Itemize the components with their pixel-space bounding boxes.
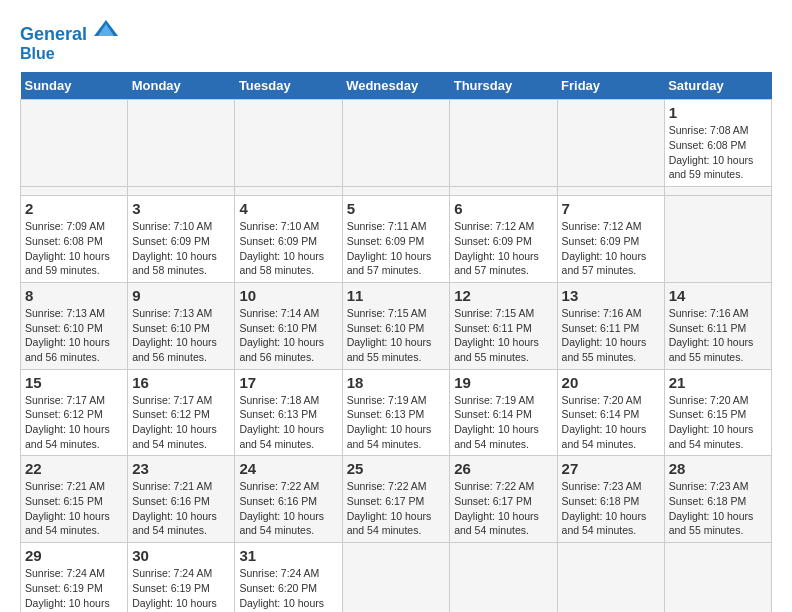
day-detail: Sunrise: 7:17 AMSunset: 6:12 PMDaylight:…: [132, 394, 217, 450]
day-detail: Sunrise: 7:11 AMSunset: 6:09 PMDaylight:…: [347, 220, 432, 276]
calendar-cell: 22 Sunrise: 7:21 AMSunset: 6:15 PMDaylig…: [21, 456, 128, 543]
page-header: General Blue: [20, 20, 772, 62]
calendar-cell: [128, 100, 235, 187]
day-detail: Sunrise: 7:12 AMSunset: 6:09 PMDaylight:…: [562, 220, 647, 276]
day-detail: Sunrise: 7:23 AMSunset: 6:18 PMDaylight:…: [669, 480, 754, 536]
day-detail: Sunrise: 7:24 AMSunset: 6:19 PMDaylight:…: [25, 567, 110, 612]
calendar-cell: 12 Sunrise: 7:15 AMSunset: 6:11 PMDaylig…: [450, 282, 557, 369]
day-header-thursday: Thursday: [450, 72, 557, 100]
day-number: 17: [239, 374, 337, 391]
day-header-tuesday: Tuesday: [235, 72, 342, 100]
calendar-cell: 3 Sunrise: 7:10 AMSunset: 6:09 PMDayligh…: [128, 196, 235, 283]
calendar-cell: 24 Sunrise: 7:22 AMSunset: 6:16 PMDaylig…: [235, 456, 342, 543]
day-number: 22: [25, 460, 123, 477]
week-row-7: 29 Sunrise: 7:24 AMSunset: 6:19 PMDaylig…: [21, 543, 772, 612]
day-number: 2: [25, 200, 123, 217]
calendar-cell: [557, 187, 664, 196]
day-detail: Sunrise: 7:22 AMSunset: 6:16 PMDaylight:…: [239, 480, 324, 536]
day-number: 21: [669, 374, 767, 391]
calendar-cell: 29 Sunrise: 7:24 AMSunset: 6:19 PMDaylig…: [21, 543, 128, 612]
calendar-cell: [664, 196, 771, 283]
calendar-cell: [21, 100, 128, 187]
day-number: 7: [562, 200, 660, 217]
day-detail: Sunrise: 7:09 AMSunset: 6:08 PMDaylight:…: [25, 220, 110, 276]
day-number: 1: [669, 104, 767, 121]
day-number: 31: [239, 547, 337, 564]
day-number: 26: [454, 460, 552, 477]
day-detail: Sunrise: 7:20 AMSunset: 6:15 PMDaylight:…: [669, 394, 754, 450]
calendar-cell: 23 Sunrise: 7:21 AMSunset: 6:16 PMDaylig…: [128, 456, 235, 543]
calendar-cell: 1 Sunrise: 7:08 AMSunset: 6:08 PMDayligh…: [664, 100, 771, 187]
calendar-cell: [235, 100, 342, 187]
day-detail: Sunrise: 7:19 AMSunset: 6:14 PMDaylight:…: [454, 394, 539, 450]
calendar-cell: [342, 543, 450, 612]
calendar-cell: 13 Sunrise: 7:16 AMSunset: 6:11 PMDaylig…: [557, 282, 664, 369]
day-header-sunday: Sunday: [21, 72, 128, 100]
calendar-cell: 20 Sunrise: 7:20 AMSunset: 6:14 PMDaylig…: [557, 369, 664, 456]
calendar-cell: 4 Sunrise: 7:10 AMSunset: 6:09 PMDayligh…: [235, 196, 342, 283]
day-detail: Sunrise: 7:18 AMSunset: 6:13 PMDaylight:…: [239, 394, 324, 450]
week-row-1: 1 Sunrise: 7:08 AMSunset: 6:08 PMDayligh…: [21, 100, 772, 187]
day-detail: Sunrise: 7:15 AMSunset: 6:11 PMDaylight:…: [454, 307, 539, 363]
day-number: 23: [132, 460, 230, 477]
logo-blue: Blue: [20, 45, 118, 63]
calendar-cell: 16 Sunrise: 7:17 AMSunset: 6:12 PMDaylig…: [128, 369, 235, 456]
logo-general: General: [20, 24, 87, 44]
calendar-cell: 10 Sunrise: 7:14 AMSunset: 6:10 PMDaylig…: [235, 282, 342, 369]
day-detail: Sunrise: 7:20 AMSunset: 6:14 PMDaylight:…: [562, 394, 647, 450]
day-number: 16: [132, 374, 230, 391]
week-row-2: [21, 187, 772, 196]
day-number: 5: [347, 200, 446, 217]
week-row-6: 22 Sunrise: 7:21 AMSunset: 6:15 PMDaylig…: [21, 456, 772, 543]
logo-text: General: [20, 20, 118, 45]
day-number: 3: [132, 200, 230, 217]
day-number: 28: [669, 460, 767, 477]
calendar-cell: [342, 100, 450, 187]
logo: General Blue: [20, 20, 118, 62]
week-row-3: 2 Sunrise: 7:09 AMSunset: 6:08 PMDayligh…: [21, 196, 772, 283]
day-number: 15: [25, 374, 123, 391]
calendar-cell: [664, 543, 771, 612]
calendar-cell: [557, 543, 664, 612]
day-detail: Sunrise: 7:10 AMSunset: 6:09 PMDaylight:…: [239, 220, 324, 276]
day-number: 27: [562, 460, 660, 477]
calendar-cell: 2 Sunrise: 7:09 AMSunset: 6:08 PMDayligh…: [21, 196, 128, 283]
day-detail: Sunrise: 7:12 AMSunset: 6:09 PMDaylight:…: [454, 220, 539, 276]
calendar-cell: 19 Sunrise: 7:19 AMSunset: 6:14 PMDaylig…: [450, 369, 557, 456]
calendar-cell: 5 Sunrise: 7:11 AMSunset: 6:09 PMDayligh…: [342, 196, 450, 283]
calendar-cell: 15 Sunrise: 7:17 AMSunset: 6:12 PMDaylig…: [21, 369, 128, 456]
day-header-wednesday: Wednesday: [342, 72, 450, 100]
calendar-table: SundayMondayTuesdayWednesdayThursdayFrid…: [20, 72, 772, 612]
day-number: 8: [25, 287, 123, 304]
calendar-cell: 27 Sunrise: 7:23 AMSunset: 6:18 PMDaylig…: [557, 456, 664, 543]
calendar-cell: 14 Sunrise: 7:16 AMSunset: 6:11 PMDaylig…: [664, 282, 771, 369]
day-number: 11: [347, 287, 446, 304]
day-detail: Sunrise: 7:08 AMSunset: 6:08 PMDaylight:…: [669, 124, 754, 180]
calendar-cell: 8 Sunrise: 7:13 AMSunset: 6:10 PMDayligh…: [21, 282, 128, 369]
day-detail: Sunrise: 7:21 AMSunset: 6:15 PMDaylight:…: [25, 480, 110, 536]
day-detail: Sunrise: 7:13 AMSunset: 6:10 PMDaylight:…: [25, 307, 110, 363]
day-number: 13: [562, 287, 660, 304]
day-detail: Sunrise: 7:24 AMSunset: 6:19 PMDaylight:…: [132, 567, 217, 612]
calendar-cell: 17 Sunrise: 7:18 AMSunset: 6:13 PMDaylig…: [235, 369, 342, 456]
day-detail: Sunrise: 7:13 AMSunset: 6:10 PMDaylight:…: [132, 307, 217, 363]
day-number: 6: [454, 200, 552, 217]
day-number: 10: [239, 287, 337, 304]
calendar-cell: [664, 187, 771, 196]
week-row-5: 15 Sunrise: 7:17 AMSunset: 6:12 PMDaylig…: [21, 369, 772, 456]
calendar-cell: 18 Sunrise: 7:19 AMSunset: 6:13 PMDaylig…: [342, 369, 450, 456]
calendar-cell: 30 Sunrise: 7:24 AMSunset: 6:19 PMDaylig…: [128, 543, 235, 612]
day-header-friday: Friday: [557, 72, 664, 100]
calendar-cell: 21 Sunrise: 7:20 AMSunset: 6:15 PMDaylig…: [664, 369, 771, 456]
day-detail: Sunrise: 7:14 AMSunset: 6:10 PMDaylight:…: [239, 307, 324, 363]
calendar-cell: 11 Sunrise: 7:15 AMSunset: 6:10 PMDaylig…: [342, 282, 450, 369]
calendar-cell: 26 Sunrise: 7:22 AMSunset: 6:17 PMDaylig…: [450, 456, 557, 543]
day-header-saturday: Saturday: [664, 72, 771, 100]
calendar-cell: 7 Sunrise: 7:12 AMSunset: 6:09 PMDayligh…: [557, 196, 664, 283]
day-detail: Sunrise: 7:23 AMSunset: 6:18 PMDaylight:…: [562, 480, 647, 536]
calendar-cell: 6 Sunrise: 7:12 AMSunset: 6:09 PMDayligh…: [450, 196, 557, 283]
day-number: 30: [132, 547, 230, 564]
day-detail: Sunrise: 7:15 AMSunset: 6:10 PMDaylight:…: [347, 307, 432, 363]
calendar-cell: [342, 187, 450, 196]
day-detail: Sunrise: 7:24 AMSunset: 6:20 PMDaylight:…: [239, 567, 324, 612]
